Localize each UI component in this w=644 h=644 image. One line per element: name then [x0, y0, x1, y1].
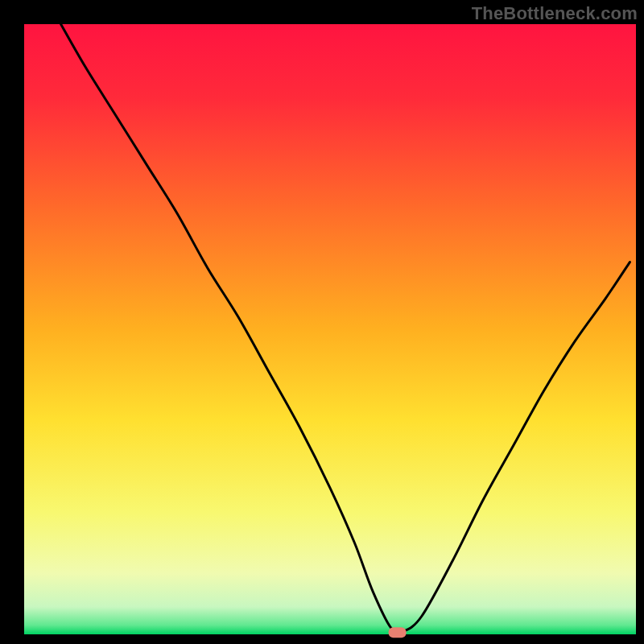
watermark-text: TheBottleneck.com: [472, 3, 638, 24]
chart-frame: TheBottleneck.com: [0, 0, 644, 644]
bottleneck-chart: [0, 0, 644, 644]
optimal-marker: [389, 627, 407, 638]
